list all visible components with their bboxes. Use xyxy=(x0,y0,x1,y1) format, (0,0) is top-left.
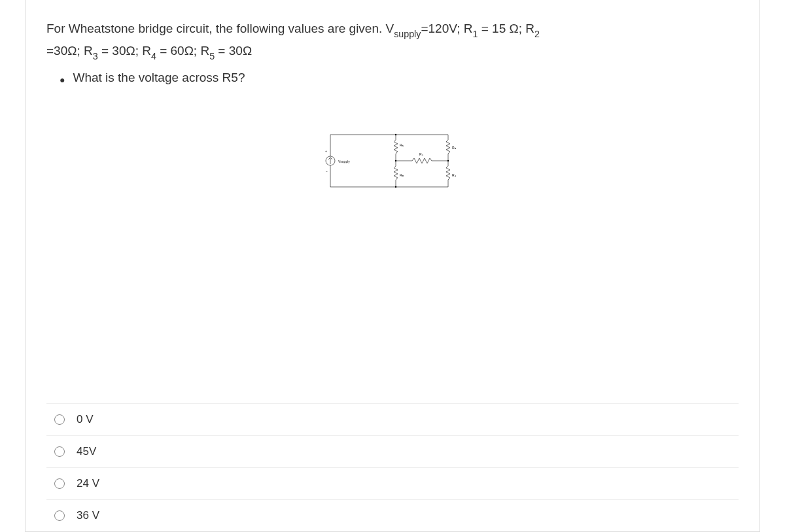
question-stem: For Wheatstone bridge circuit, the follo… xyxy=(46,18,739,63)
stem-text: For Wheatstone bridge circuit, the follo… xyxy=(46,22,540,58)
r4-label: R₄ xyxy=(452,173,456,177)
svg-point-14 xyxy=(395,134,396,135)
question-bullet: ● What is the voltage across R5? xyxy=(60,71,739,89)
resistor-r2-icon xyxy=(446,140,450,156)
option-label: 24 V xyxy=(77,477,99,490)
r3-label: R₃ xyxy=(400,173,404,177)
radio-icon[interactable] xyxy=(54,446,65,457)
radio-icon[interactable] xyxy=(54,478,65,489)
option-label: 36 V xyxy=(77,509,99,522)
vsupply-icon: + − xyxy=(325,149,335,173)
option-24v[interactable]: 24 V xyxy=(46,467,739,499)
r1-label: R₁ xyxy=(400,143,404,147)
option-45v[interactable]: 45V xyxy=(46,435,739,467)
svg-point-12 xyxy=(395,160,396,161)
resistor-r3-icon xyxy=(394,166,398,182)
option-label: 0 V xyxy=(77,413,94,426)
vsupply-label: Vsupply xyxy=(338,159,350,163)
r2-label: R₂ xyxy=(452,146,456,150)
option-0v[interactable]: 0 V xyxy=(46,403,739,435)
resistor-r4-icon xyxy=(446,166,450,182)
svg-point-13 xyxy=(447,160,449,161)
option-label: 45V xyxy=(77,445,96,458)
resistor-r5-icon xyxy=(412,158,432,163)
radio-icon[interactable] xyxy=(54,510,65,521)
circuit-diagram: + − Vsupply R₁ R₃ R₂ R₄ xyxy=(317,122,468,200)
question-container: For Wheatstone bridge circuit, the follo… xyxy=(25,0,760,532)
option-36v[interactable]: 36 V xyxy=(46,499,739,531)
circuit-diagram-wrap: + − Vsupply R₁ R₃ R₂ R₄ xyxy=(46,122,739,200)
bullet-icon: ● xyxy=(60,71,65,89)
svg-text:+: + xyxy=(325,149,327,153)
svg-text:−: − xyxy=(326,169,328,173)
bullet-text: What is the voltage across R5? xyxy=(73,71,245,85)
r5-label: R₅ xyxy=(419,152,423,156)
radio-icon[interactable] xyxy=(54,414,65,425)
answer-options: 0 V 45V 24 V 36 V xyxy=(46,403,739,531)
svg-point-15 xyxy=(395,186,396,188)
resistor-r1-icon xyxy=(394,140,398,156)
